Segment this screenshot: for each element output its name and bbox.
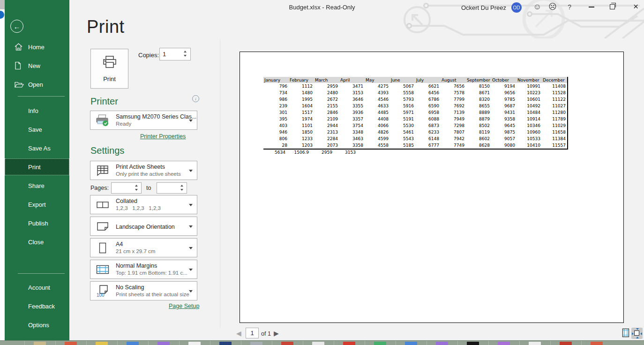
- copies-stepper[interactable]: [184, 51, 187, 57]
- sidebar-item-options[interactable]: Options: [5, 316, 69, 333]
- table-cell: 9080: [491, 142, 517, 149]
- table-cell: 4275: [365, 83, 390, 90]
- minimize-button[interactable]: [589, 7, 594, 8]
- page-setup-link[interactable]: Page Setup: [169, 303, 199, 309]
- table-cell: 8671: [466, 90, 491, 96]
- close-button[interactable]: ×: [633, 1, 638, 12]
- orientation-select[interactable]: Landscape Orientation: [90, 217, 197, 236]
- background-window-sliver: [0, 0, 5, 340]
- page-number-input[interactable]: [246, 328, 259, 338]
- sidebar-item-save-as[interactable]: Save As: [5, 140, 69, 157]
- table-cell: 301: [263, 109, 289, 116]
- background-icon-fragment: [0, 11, 4, 19]
- taskbar-icon-fragment[interactable]: [219, 342, 232, 345]
- month-header: January: [263, 77, 289, 83]
- table-cell: 8889: [466, 109, 491, 116]
- window-title: Budget.xlsx - Read-Only: [0, 4, 644, 11]
- show-margins-button[interactable]: [621, 329, 630, 338]
- table-cell: 239: [263, 103, 289, 109]
- table-cell: 8879: [466, 116, 491, 122]
- sidebar-item-export[interactable]: Export: [5, 196, 69, 213]
- taskbar-icon-fragment[interactable]: [529, 342, 541, 345]
- preview-data-table: JanuaryFebruaryMarchAprilMayJuneJulyAugu…: [263, 77, 568, 150]
- no-icon: [14, 106, 24, 115]
- taskbar-icon-fragment[interactable]: [312, 342, 324, 345]
- table-cell: 7749: [441, 142, 466, 149]
- taskbar-icon-fragment[interactable]: [374, 342, 386, 345]
- taskbar-icon-fragment[interactable]: [343, 342, 355, 345]
- sidebar-item-publish[interactable]: Publish: [5, 215, 69, 232]
- info-icon[interactable]: i: [192, 95, 199, 102]
- taskbar-icon-fragment[interactable]: [96, 342, 108, 345]
- sidebar-item-open[interactable]: Open: [5, 76, 69, 93]
- sidebar-item-label: Publish: [28, 220, 48, 227]
- table-cell: 11789: [542, 116, 568, 122]
- pages-from-stepper[interactable]: [135, 185, 138, 191]
- table-cell: 3936: [339, 109, 365, 116]
- send-smile-icon[interactable]: ☺: [533, 2, 541, 12]
- previous-page-button[interactable]: ◀: [236, 330, 241, 337]
- chevron-down-icon: [189, 247, 193, 249]
- no-icon: [14, 283, 24, 292]
- sidebar-item-info[interactable]: Info: [5, 102, 69, 119]
- paper-size-select[interactable]: A4 21 cm x 29.7 cm: [90, 238, 197, 257]
- taskbar-icon-fragment[interactable]: [498, 342, 510, 345]
- taskbar-sliver[interactable]: [0, 340, 644, 345]
- printer-status: Ready: [116, 120, 197, 127]
- taskbar-icon-fragment[interactable]: [157, 342, 170, 345]
- paper-size-subtitle: 21 cm x 29.7 cm: [116, 248, 197, 255]
- taskbar-icon-fragment[interactable]: [250, 342, 262, 345]
- printer-properties-link[interactable]: Printer Properties: [140, 133, 186, 140]
- table-cell: 2944: [314, 122, 339, 129]
- table-cell: 5793: [390, 96, 415, 103]
- taskbar-icon-fragment[interactable]: [467, 342, 479, 345]
- table-cell: 2073: [314, 142, 339, 149]
- margins-select[interactable]: Normal Margins Top: 1.91 cm Bottom: 1.91…: [90, 260, 197, 279]
- printer-select[interactable]: Samsung M2070 Series Clas... Ready: [90, 111, 197, 130]
- account-avatar[interactable]: OD: [511, 2, 522, 13]
- sidebar-item-share[interactable]: Share: [5, 177, 69, 194]
- taskbar-icon-fragment[interactable]: [560, 342, 572, 345]
- sidebar-item-close[interactable]: Close: [5, 233, 69, 250]
- taskbar-icon-fragment[interactable]: [65, 342, 77, 345]
- restore-button[interactable]: [610, 4, 615, 9]
- taskbar-icon-fragment[interactable]: [591, 342, 603, 345]
- scaling-select[interactable]: 100 No Scaling Print sheets at their act…: [90, 281, 197, 300]
- taskbar-icon-fragment[interactable]: [436, 342, 448, 345]
- zoom-to-page-button[interactable]: [631, 328, 643, 339]
- account-name: Ockert Du Preez: [461, 4, 506, 11]
- back-button[interactable]: ←: [10, 20, 23, 33]
- table-cell: 8655: [466, 103, 491, 109]
- taskbar-icon-fragment[interactable]: [405, 342, 417, 345]
- table-cell: 10601: [517, 96, 542, 103]
- table-cell: 1203: [289, 142, 314, 149]
- next-page-button[interactable]: ▶: [274, 330, 279, 337]
- table-cell: 2155: [314, 103, 339, 109]
- table-cell: 10914: [517, 116, 542, 122]
- print-button[interactable]: Print: [90, 49, 128, 89]
- help-button[interactable]: ?: [568, 3, 571, 11]
- sidebar-item-label: Share: [28, 182, 45, 189]
- sidebar-item-feedback[interactable]: Feedback: [5, 298, 69, 315]
- table-cell: 1974: [289, 116, 314, 122]
- taskbar-icon-fragment[interactable]: [34, 342, 46, 345]
- print-area-select[interactable]: Print Active Sheets Only print the activ…: [90, 161, 197, 180]
- taskbar-separator: [241, 341, 241, 345]
- collation-select[interactable]: Collated 1,2,3 1,2,3 1,2,3: [90, 195, 197, 214]
- taskbar-icon-fragment[interactable]: [127, 342, 139, 345]
- pages-to-stepper[interactable]: [180, 185, 183, 191]
- sidebar-item-print[interactable]: Print: [5, 158, 69, 175]
- sidebar-item-home[interactable]: Home: [5, 38, 69, 55]
- sidebar-item-label: Save As: [28, 145, 51, 152]
- collated-icon: [94, 201, 111, 209]
- send-frown-icon[interactable]: ☹: [548, 2, 557, 12]
- sidebar-item-new[interactable]: New: [5, 57, 69, 74]
- taskbar-icon-fragment[interactable]: [188, 342, 201, 345]
- table-cell: 11027: [542, 103, 568, 109]
- table-cell: 5067: [390, 83, 415, 90]
- sidebar-item-account[interactable]: Account: [5, 279, 69, 296]
- sidebar-item-save[interactable]: Save: [5, 121, 69, 138]
- taskbar-icon-fragment[interactable]: [281, 342, 293, 345]
- month-header: June: [390, 77, 415, 83]
- table-cell: 7942: [441, 135, 466, 142]
